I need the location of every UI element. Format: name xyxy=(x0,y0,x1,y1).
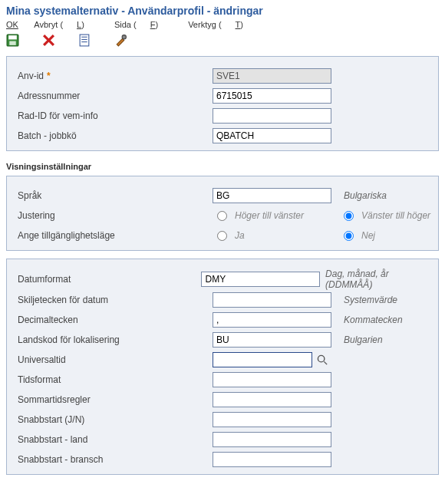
fastpath-industry-input[interactable] xyxy=(213,452,331,467)
display-settings-heading: Visningsinställningar xyxy=(0,159,445,171)
page-icon[interactable] xyxy=(78,34,91,47)
universal-time-input[interactable] xyxy=(213,352,312,367)
svg-point-10 xyxy=(318,355,324,361)
accessibility-label: Ange tillgänglighetsläge xyxy=(13,230,213,241)
svg-rect-2 xyxy=(9,41,16,45)
accessibility-yes-radio[interactable] xyxy=(217,231,227,241)
menu-page[interactable]: Sida (F) xyxy=(114,20,172,29)
fastpath-industry-label: Snabbstart - bransch xyxy=(13,454,213,465)
identity-panel: Anv-id* Adressnummer Rad-ID för vem-info… xyxy=(6,56,439,151)
accessibility-no-label: Nej xyxy=(361,230,375,241)
page-title: Mina systemalternativ - Användarprofil -… xyxy=(0,0,445,18)
language-desc: Bulgariska xyxy=(339,190,387,201)
decimal-input[interactable] xyxy=(213,312,331,328)
fastpath-country-label: Snabbstart - land xyxy=(13,434,213,445)
toolbar xyxy=(0,31,445,51)
dst-input[interactable] xyxy=(213,392,331,407)
display-panel-1: Språk Bulgariska Justering Höger till vä… xyxy=(6,176,439,251)
accessibility-no-radio[interactable] xyxy=(344,231,354,241)
menubar: OK Avbryt (L) Sida (F) Verktyg (T) xyxy=(0,18,445,31)
svg-rect-5 xyxy=(80,35,89,46)
time-format-label: Tidsformat xyxy=(13,374,213,385)
date-sep-input[interactable] xyxy=(213,292,331,308)
universal-time-label: Universaltid xyxy=(13,354,213,365)
menu-cancel[interactable]: Avbryt (L) xyxy=(34,20,98,29)
accessibility-yes-label: Ja xyxy=(235,230,245,241)
decimal-label: Decimaltecken xyxy=(13,315,213,325)
dst-label: Sommartidsregler xyxy=(13,394,213,405)
user-id-input xyxy=(213,68,331,84)
cancel-icon[interactable] xyxy=(42,34,55,47)
date-sep-label: Skiljetecken för datum xyxy=(13,295,213,305)
country-code-input[interactable] xyxy=(213,332,331,348)
fastpath-label: Snabbstart (J/N) xyxy=(13,414,213,425)
language-input[interactable] xyxy=(213,188,331,203)
date-format-label: Datumformat xyxy=(13,274,201,285)
row-id-label: Rad-ID för vem-info xyxy=(13,110,213,121)
svg-line-11 xyxy=(324,361,327,364)
user-id-label: Anv-id* xyxy=(13,71,213,81)
justification-rtl-radio[interactable] xyxy=(217,211,227,221)
fastpath-input[interactable] xyxy=(213,412,331,427)
date-format-input[interactable] xyxy=(201,272,320,287)
search-icon[interactable] xyxy=(317,354,328,366)
batch-queue-label: Batch - jobbkö xyxy=(13,130,213,141)
decimal-desc: Kommatecken xyxy=(339,315,403,325)
justification-rtl-label: Höger till vänster xyxy=(235,210,304,221)
date-sep-desc: Systemvärde xyxy=(339,295,397,305)
display-panel-2: Datumformat Dag, månad, år (DDMMÅÅ) Skil… xyxy=(6,259,439,475)
svg-rect-1 xyxy=(8,35,17,39)
batch-queue-input[interactable] xyxy=(213,128,331,143)
time-format-input[interactable] xyxy=(213,372,331,387)
menu-ok[interactable]: OK xyxy=(6,20,18,29)
address-no-label: Adressnummer xyxy=(13,91,213,101)
tools-icon[interactable] xyxy=(114,34,127,47)
date-format-desc: Dag, månad, år (DDMMÅÅ) xyxy=(321,268,432,290)
language-label: Språk xyxy=(13,190,213,201)
justification-label: Justering xyxy=(13,210,213,221)
justification-ltr-label: Vänster till höger xyxy=(361,210,430,221)
country-code-desc: Bulgarien xyxy=(339,334,383,345)
address-no-input[interactable] xyxy=(213,88,331,104)
fastpath-country-input[interactable] xyxy=(213,432,331,447)
row-id-input[interactable] xyxy=(213,108,331,124)
justification-ltr-radio[interactable] xyxy=(344,211,354,221)
save-icon[interactable] xyxy=(6,34,19,47)
menu-tools[interactable]: Verktyg (T) xyxy=(188,20,257,29)
svg-point-9 xyxy=(122,35,126,39)
country-code-label: Landskod för lokalisering xyxy=(13,334,213,345)
